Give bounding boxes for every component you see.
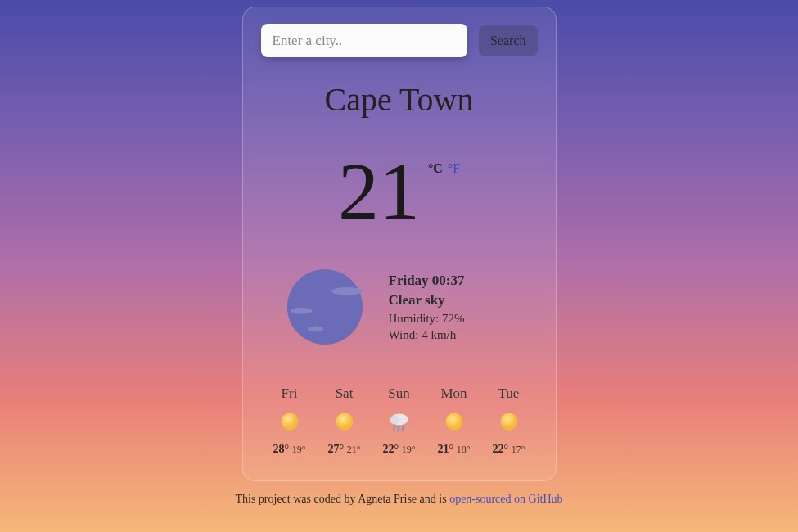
unit-fahrenheit[interactable]: °F	[448, 161, 460, 176]
city-search-input[interactable]	[261, 24, 467, 57]
svg-point-4	[281, 413, 298, 431]
forecast-temps: 22° 17°	[493, 443, 525, 456]
forecast-low: 18°	[457, 444, 471, 455]
svg-line-10	[402, 426, 404, 430]
unit-celsius[interactable]: °C	[428, 161, 443, 176]
current-description: Clear sky	[389, 292, 465, 309]
sun-icon	[498, 410, 521, 433]
svg-point-12	[500, 413, 517, 431]
svg-line-9	[398, 426, 399, 431]
footer-text: This project was coded by Agneta Prise a…	[235, 493, 449, 505]
svg-point-11	[445, 413, 462, 431]
weather-card: Search Cape Town 21 °C °F Friday 00:37 C…	[242, 7, 557, 481]
current-details: Friday 00:37 Clear sky Humidity: 72% Win…	[261, 268, 538, 349]
forecast-day-label: Mon	[440, 385, 467, 402]
svg-point-7	[390, 416, 399, 425]
forecast-low: 17°	[512, 444, 525, 455]
forecast-low: 19°	[402, 444, 416, 455]
forecast-high: 28	[273, 443, 285, 455]
current-temperature: 21 °C °F	[261, 155, 538, 228]
forecast-day: Mon21° 18°	[429, 385, 480, 456]
footer: This project was coded by Agneta Prise a…	[235, 493, 562, 506]
search-row: Search	[261, 24, 538, 57]
forecast-day: Fri28° 19°	[264, 385, 315, 456]
forecast-low: 19°	[292, 444, 306, 455]
svg-point-5	[336, 413, 353, 431]
forecast-temps: 22° 19°	[383, 443, 416, 456]
forecast-row: Fri28° 19°Sat27° 21°Sun22° 19°Mon21° 18°…	[261, 385, 538, 456]
forecast-high: 21	[438, 443, 449, 455]
forecast-temps: 21° 18°	[438, 443, 471, 456]
current-wind: Wind: 4 km/h	[389, 328, 465, 342]
svg-point-1	[331, 287, 362, 295]
city-name: Cape Town	[261, 80, 538, 119]
details-text: Friday 00:37 Clear sky Humidity: 72% Win…	[389, 273, 465, 345]
current-datetime: Friday 00:37	[389, 273, 465, 289]
rain-icon	[388, 410, 411, 433]
sun-icon	[278, 410, 301, 433]
forecast-temps: 28° 19°	[273, 443, 306, 456]
forecast-high: 22	[493, 443, 504, 455]
forecast-high: 27	[328, 443, 340, 455]
svg-point-0	[286, 269, 362, 345]
forecast-day: Sat27° 21°	[319, 385, 370, 456]
svg-point-3	[307, 327, 322, 332]
forecast-day-label: Sat	[336, 385, 354, 402]
temperature-value: 21	[338, 155, 420, 228]
forecast-temps: 27° 21°	[328, 443, 361, 456]
github-link[interactable]: open-sourced on GitHub	[449, 493, 562, 505]
search-button[interactable]: Search	[479, 25, 538, 56]
forecast-day: Sun22° 19°	[374, 385, 425, 456]
moon-icon	[286, 268, 364, 349]
forecast-low: 21°	[347, 444, 361, 455]
forecast-day-label: Tue	[498, 385, 520, 402]
unit-toggle: °C °F	[428, 161, 460, 176]
sun-icon	[443, 410, 466, 433]
forecast-day-label: Fri	[282, 385, 298, 402]
sun-icon	[333, 410, 356, 433]
forecast-day-label: Sun	[388, 385, 409, 402]
forecast-day: Tue22° 17°	[484, 385, 534, 456]
svg-point-2	[290, 308, 312, 314]
forecast-high: 22	[383, 443, 394, 455]
svg-line-8	[394, 426, 395, 430]
current-humidity: Humidity: 72%	[389, 312, 465, 326]
